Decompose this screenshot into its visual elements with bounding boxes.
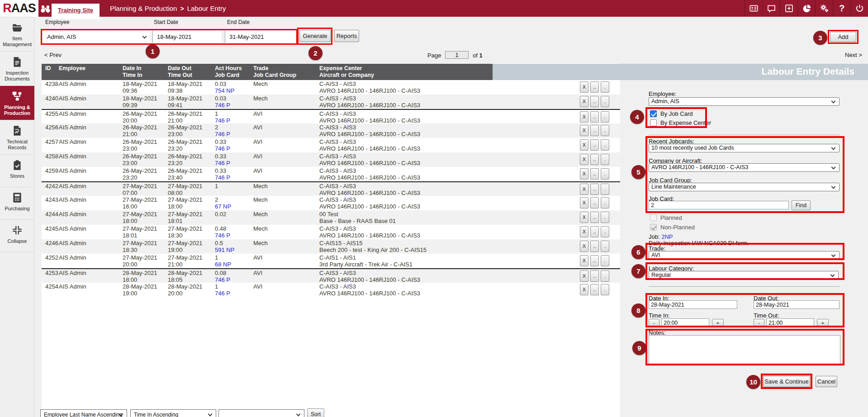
end-date-input[interactable]: 31-May-2021 (225, 31, 295, 43)
job-card-link[interactable]: 68 NP (215, 261, 252, 268)
job-card-link[interactable]: 746 P (215, 145, 252, 152)
edit-row-button[interactable]: .. (590, 197, 599, 208)
edit-row-button[interactable]: .. (590, 284, 599, 295)
sidebar-item-purchasing[interactable]: Purchasing (0, 187, 34, 220)
edit-row-button[interactable]: .. (590, 255, 599, 266)
row-more-button[interactable]: . (601, 168, 609, 180)
job-card-group-select[interactable]: Line Maintenance (649, 183, 840, 191)
job-card-link[interactable]: 746 P (215, 102, 252, 109)
delete-row-button[interactable]: X (580, 255, 588, 266)
job-card-link[interactable]: 746 P (215, 276, 252, 283)
save-continue-button[interactable]: Save & Continue (763, 376, 810, 387)
time-in-input[interactable] (661, 318, 709, 327)
job-card-link[interactable]: 746 P (215, 232, 252, 239)
sidebar-item-collapse[interactable]: Collapse (0, 220, 34, 252)
job-card-link[interactable]: 67 NP (215, 203, 252, 210)
sidebar-item-technical-records[interactable]: Technical Records (0, 120, 34, 155)
generate-button[interactable]: Generate (299, 30, 331, 42)
row-more-button[interactable]: . (601, 139, 609, 151)
delete-row-button[interactable]: X (580, 212, 588, 223)
row-more-button[interactable]: . (601, 81, 609, 93)
sort-select-2[interactable]: Time In Ascending (130, 409, 216, 417)
delete-row-button[interactable]: X (580, 184, 588, 195)
edit-row-button[interactable]: .. (590, 139, 599, 151)
power-icon[interactable] (850, 0, 868, 17)
recent-jobcards-select[interactable]: 10 most recently used Job Cards (649, 144, 840, 152)
edit-row-button[interactable]: .. (590, 81, 599, 93)
job-card-link[interactable]: 746 P (215, 131, 252, 137)
raas-logo[interactable]: RAAS (0, 0, 38, 17)
delete-row-button[interactable]: X (580, 197, 588, 208)
sidebar-item-stores[interactable]: Stores (0, 155, 34, 187)
add-window-icon[interactable] (780, 0, 797, 17)
next-page-link[interactable]: Next > (845, 52, 862, 58)
sort-select-1[interactable]: Employee Last Name Ascending (40, 409, 127, 417)
sort-button[interactable]: Sort (307, 408, 324, 417)
row-more-button[interactable]: . (601, 111, 609, 123)
delete-row-button[interactable]: X (580, 139, 588, 151)
edit-row-button[interactable]: .. (590, 270, 599, 282)
edit-row-button[interactable]: .. (590, 184, 599, 195)
delete-row-button[interactable]: X (580, 96, 588, 107)
job-card-link[interactable]: 746 P (215, 174, 252, 181)
delete-row-button[interactable]: X (580, 111, 588, 123)
binoculars-icon[interactable] (40, 3, 51, 14)
notes-textarea[interactable] (649, 335, 840, 365)
job-card-link[interactable]: 754 NP (215, 87, 252, 94)
job-card-link[interactable]: 746 P (215, 290, 252, 297)
edit-row-button[interactable]: .. (590, 226, 599, 237)
row-more-button[interactable]: . (601, 125, 609, 136)
row-more-button[interactable]: . (601, 184, 609, 195)
edit-row-button[interactable]: .. (590, 96, 599, 107)
delete-row-button[interactable]: X (580, 241, 588, 252)
delete-row-button[interactable]: X (580, 81, 588, 93)
edit-row-button[interactable]: .. (590, 125, 599, 136)
reports-button[interactable]: Reports (334, 30, 359, 42)
time-out-plus-button[interactable]: + (817, 319, 829, 327)
labour-category-select[interactable]: Regular (649, 271, 839, 280)
edit-row-button[interactable]: .. (590, 154, 599, 165)
time-out-minus-button[interactable]: - (754, 319, 764, 327)
edit-row-button[interactable]: .. (590, 168, 599, 180)
row-more-button[interactable]: . (601, 270, 609, 282)
settings-gears-icon[interactable] (815, 0, 833, 17)
page-input[interactable] (445, 51, 469, 59)
tab-training-site[interactable]: Training Site (52, 4, 100, 19)
by-expense-center-checkbox[interactable]: By Expense Center (650, 119, 711, 126)
employee-filter-select[interactable]: Admin, AIS (43, 31, 150, 43)
trade-select[interactable]: AVI (649, 251, 840, 260)
edit-row-button[interactable]: .. (590, 111, 599, 123)
job-number-link[interactable]: 2NP (661, 233, 673, 240)
time-in-plus-button[interactable]: + (712, 319, 724, 327)
delete-row-button[interactable]: X (580, 270, 588, 282)
row-more-button[interactable]: . (601, 284, 609, 295)
job-card-link[interactable]: 591 NP (215, 246, 252, 253)
job-card-link[interactable]: 746 P (215, 160, 252, 166)
panel-employee-select[interactable]: Admin, AIS (649, 97, 840, 106)
row-more-button[interactable]: . (601, 154, 609, 165)
delete-row-button[interactable]: X (580, 125, 588, 136)
cancel-button[interactable]: Cancel (816, 376, 837, 387)
delete-row-button[interactable]: X (580, 284, 588, 295)
help-icon[interactable]: ? (833, 0, 850, 17)
edit-row-button[interactable]: .. (590, 241, 599, 252)
find-button[interactable]: Find (792, 200, 811, 210)
sidebar-item-inspection-documents[interactable]: Inspection Documents (0, 52, 34, 86)
delete-row-button[interactable]: X (580, 154, 588, 165)
sort-select-3[interactable] (218, 409, 304, 417)
delete-row-button[interactable]: X (580, 226, 588, 237)
company-or-aircraft-select[interactable]: AVRO 146RJ100 - 146RJ100 - C-AIS3 (649, 163, 840, 172)
id-card-icon[interactable] (745, 0, 762, 17)
job-card-input[interactable] (649, 201, 789, 209)
prev-page-link[interactable]: < Prev (44, 52, 62, 58)
row-more-button[interactable]: . (601, 197, 609, 208)
date-in-input[interactable] (649, 300, 737, 309)
pie-chart-icon[interactable] (797, 0, 815, 17)
time-in-minus-button[interactable]: - (649, 319, 659, 327)
sidebar-item-item-management[interactable]: Item Management (0, 17, 34, 52)
row-more-button[interactable]: . (601, 96, 609, 107)
start-date-input[interactable]: 18-May-2021 (152, 31, 222, 43)
row-more-button[interactable]: . (601, 212, 609, 223)
job-card-link[interactable]: 746 P (215, 117, 252, 124)
by-job-card-checkbox[interactable]: By Job Card (650, 110, 693, 117)
